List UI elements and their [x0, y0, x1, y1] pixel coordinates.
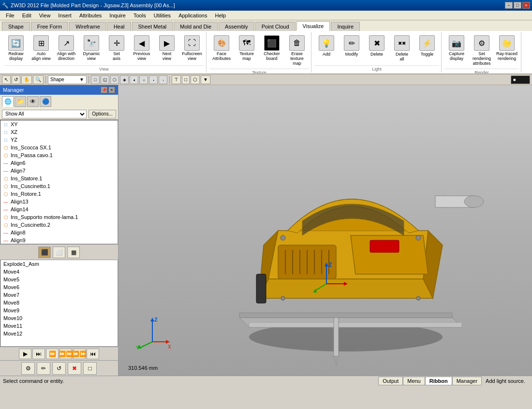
delete-light-button[interactable]: ✖ Delete: [365, 33, 389, 62]
minimize-button[interactable]: −: [505, 2, 513, 9]
erase-texture-button[interactable]: 🗑 Erasetexture map: [285, 33, 309, 68]
shape-dropdown[interactable]: Shape ▼: [48, 75, 87, 84]
ribbon-tab-mold-and-die[interactable]: Mold and Die: [174, 22, 218, 31]
panel-icon-1[interactable]: ⬛: [38, 247, 51, 258]
tree-item-ins_supporto-motore-lama.1[interactable]: ⬡Ins_Supporto motore-lama.1: [0, 213, 118, 221]
ribbon-tab-shape[interactable]: Shape: [2, 22, 30, 31]
align-direction-button[interactable]: ↗ Align withdirection: [54, 33, 78, 63]
history-item-move10[interactable]: Move10: [0, 314, 118, 322]
tree-item-align9[interactable]: —Align9: [0, 236, 118, 244]
tree-item-align6[interactable]: —Align6: [0, 159, 118, 167]
capture-display-button[interactable]: 📷 Capturedisplay: [444, 33, 469, 63]
manager-tab-eye[interactable]: 👁: [27, 96, 39, 107]
view-top[interactable]: ⊤: [172, 75, 181, 84]
manager-tab-status[interactable]: Manager: [452, 377, 482, 385]
previous-view-button[interactable]: ◀ Previousview: [130, 33, 154, 63]
history-item-move4[interactable]: Move4: [0, 268, 118, 276]
tree-item-ins_passa-cavo.1[interactable]: ⬡Ins_Passa cavo.1: [0, 151, 118, 159]
tree-item-yz[interactable]: □YZ: [0, 136, 118, 144]
tree-item-align7[interactable]: —Align7: [0, 167, 118, 175]
close-button[interactable]: ×: [522, 2, 530, 9]
play-btn[interactable]: ▶: [19, 349, 31, 359]
tree-item-ins_cuscinetto.2[interactable]: ⬡Ins_Cuscinetto.2: [0, 221, 118, 229]
manager-tab-folder[interactable]: 📁: [15, 96, 26, 107]
tree-item-align13[interactable]: —Align13: [0, 198, 118, 205]
transp-btn[interactable]: ⬨: [139, 75, 148, 84]
tree-item-align14[interactable]: —Align14: [0, 205, 118, 213]
ribbon-tab-heal[interactable]: Heal: [107, 22, 131, 31]
tree-panel[interactable]: □XY□XZ□YZ⬡Ins_Scocca SX.1⬡Ins_Passa cavo…: [0, 120, 118, 244]
rewind-btn[interactable]: ⏮: [87, 349, 99, 359]
tree-item-xz[interactable]: □XZ: [0, 128, 118, 136]
tree-item-ins_rotore.1[interactable]: ⬡Ins_Rotore.1: [0, 190, 118, 198]
ribbon-tab-visualize[interactable]: Visualize: [296, 21, 330, 31]
tree-item-ins_cuscinetto.1[interactable]: ⬡Ins_Cuscinetto.1: [0, 182, 118, 190]
hidden-btn[interactable]: ◱: [101, 75, 109, 84]
manager-tab-shape[interactable]: 🔵: [40, 96, 51, 107]
shaded-edge-btn[interactable]: ◈: [120, 75, 129, 84]
gear-btn[interactable]: ⚙: [21, 362, 35, 375]
add-light-button[interactable]: 💡 Add: [314, 33, 339, 62]
ribbon-tab-wireframe[interactable]: Wireframe: [69, 22, 106, 31]
face-btn[interactable]: ⬧: [130, 75, 138, 84]
menu-item-view[interactable]: View: [35, 12, 55, 19]
fast-fwd2-btn[interactable]: ⏩⏩: [59, 349, 72, 359]
tree-item-ins_statore.1[interactable]: ⬡Ins_Statore.1: [0, 175, 118, 182]
ray-traced-button[interactable]: 🌟 Ray-tracedrendering: [495, 33, 519, 63]
wireframe-btn[interactable]: □: [91, 75, 100, 84]
face-attributes-button[interactable]: 🎨 FaceAttributes: [209, 33, 234, 63]
viewport[interactable]: Z Z Y X: [118, 85, 532, 376]
ribbon-tab-assembly[interactable]: Assembly: [219, 22, 254, 31]
checker-board-button[interactable]: ⬛ Checkerboard: [260, 33, 284, 63]
select-btn[interactable]: ↖: [2, 75, 11, 84]
manager-pin-button[interactable]: 📌: [101, 87, 107, 93]
menu-item-help[interactable]: Help: [211, 12, 230, 19]
fullscreen-button[interactable]: ⛶ Fullscreenview: [180, 33, 204, 63]
history-item-move6[interactable]: Move6: [0, 283, 118, 291]
tree-item-xy[interactable]: □XY: [0, 120, 118, 128]
options-button[interactable]: Options...: [89, 110, 116, 118]
history-item-move11[interactable]: Move11: [0, 322, 118, 330]
end-btn[interactable]: ⏩⏩: [73, 349, 86, 359]
delete-btn[interactable]: ✖: [68, 362, 81, 375]
rotate-btn[interactable]: ↺: [12, 75, 20, 84]
modify-light-button[interactable]: ✏ Modify: [340, 33, 364, 62]
rect-btn[interactable]: □: [83, 362, 97, 375]
next-frame-btn[interactable]: ⏭: [32, 349, 45, 359]
ribbon-tab-status[interactable]: Ribbon: [425, 377, 452, 385]
tree-item-align8[interactable]: —Align8: [0, 229, 118, 236]
view-front[interactable]: □: [182, 75, 190, 84]
dynamic-view-button[interactable]: 🔭 Dynamicview: [79, 33, 103, 63]
menu-tab[interactable]: Menu: [403, 377, 425, 385]
texture-map-button[interactable]: 🗺 Texturemap: [235, 33, 259, 63]
history-panel[interactable]: Explode1_AsmMove4Move5Move6Move7Move8Mov…: [0, 260, 118, 347]
flat-btn[interactable]: ⬪: [159, 75, 167, 84]
menu-item-attributes[interactable]: Attributes: [75, 12, 105, 19]
history-item-move5[interactable]: Move5: [0, 276, 118, 283]
delete-all-button[interactable]: ✖✖ Deleteall: [390, 33, 414, 63]
tree-item-ins_scocca-sx.1[interactable]: ⬡Ins_Scocca SX.1: [0, 144, 118, 151]
pencil-btn[interactable]: ✏: [37, 362, 50, 375]
redraw-display-button[interactable]: 🔄 Redrawdisplay: [4, 33, 28, 63]
rotate-btn2[interactable]: ↺: [52, 362, 66, 375]
xray-btn[interactable]: ⬩: [149, 75, 158, 84]
menu-item-edit[interactable]: Edit: [18, 12, 35, 19]
zoom-btn[interactable]: 🔍: [33, 75, 44, 84]
panel-icon-3[interactable]: ▦: [67, 247, 80, 258]
menu-item-utilities[interactable]: Utilities: [150, 12, 175, 19]
view-iso[interactable]: ⬡: [191, 75, 200, 84]
menu-item-applications[interactable]: Applications: [175, 12, 211, 19]
view-more[interactable]: ▼: [201, 75, 210, 84]
set-rendering-button[interactable]: ⚙ Set renderingattributes: [470, 33, 494, 68]
fast-fwd-btn[interactable]: ⏩: [46, 349, 59, 359]
pan-btn[interactable]: ✋: [21, 75, 32, 84]
output-tab[interactable]: Output: [378, 377, 403, 385]
ribbon-tab-free-form[interactable]: Free Form: [31, 22, 68, 31]
history-item-move9[interactable]: Move9: [0, 307, 118, 314]
ribbon-tab-point-cloud[interactable]: Point Cloud: [255, 22, 296, 31]
filter-dropdown[interactable]: Show All: [2, 110, 87, 118]
shaded-btn[interactable]: ⬡: [110, 75, 119, 84]
manager-tab-world[interactable]: 🌐: [2, 96, 14, 107]
history-item-move8[interactable]: Move8: [0, 299, 118, 307]
history-item-explode1_asm[interactable]: Explode1_Asm: [0, 260, 118, 268]
